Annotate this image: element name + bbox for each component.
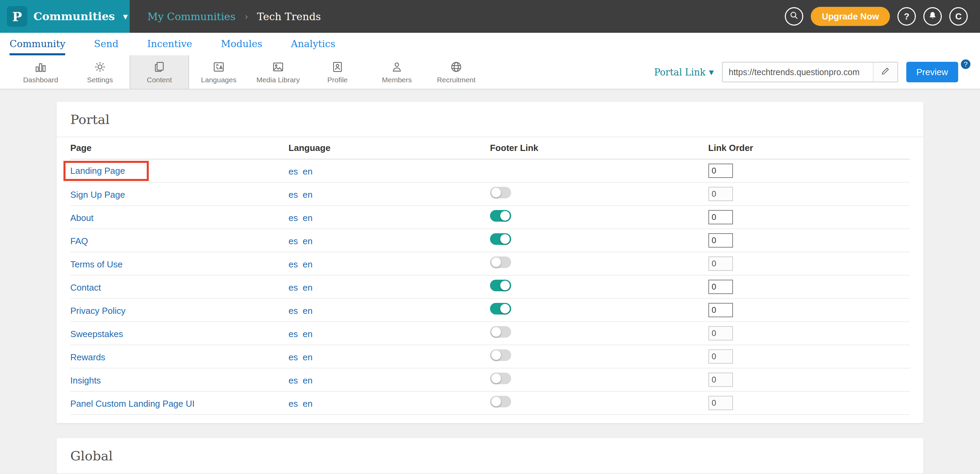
footer-link-toggle[interactable] [490,280,511,291]
page-link[interactable]: Panel Custom Landing Page UI [70,399,194,409]
toggle-knob [500,281,510,290]
page-link[interactable]: Sweepstakes [70,329,123,339]
help-button[interactable]: ? [897,7,916,26]
language-link[interactable]: es [289,352,298,362]
tab-analytics[interactable]: Analytics [291,33,336,55]
page-link[interactable]: Insights [70,375,101,386]
link-order-input[interactable] [708,164,733,178]
link-order-input[interactable] [708,257,733,271]
language-cell: esen [289,211,490,224]
language-link[interactable]: en [303,375,313,386]
communities-menu[interactable]: P Communities ▼ [0,0,130,33]
language-link[interactable]: es [289,166,298,177]
language-link[interactable]: en [303,236,313,246]
footer-link-toggle[interactable] [490,373,511,384]
language-link[interactable]: es [289,190,298,200]
column-header-footer-link: Footer Link [490,143,708,153]
language-link[interactable]: en [303,213,313,223]
footer-link-toggle[interactable] [490,396,511,407]
footer-link-toggle[interactable] [490,187,511,198]
language-link[interactable]: es [289,329,298,339]
link-order-input[interactable] [708,187,733,201]
footer-link-cell [490,326,708,340]
language-link[interactable]: en [303,306,313,316]
toolbar-item-languages[interactable]: Languages [189,55,248,89]
main-content: Portal PageLanguageFooter LinkLink Order… [0,89,980,474]
edit-url-button[interactable] [873,62,897,81]
tab-modules[interactable]: Modules [221,33,262,55]
link-order-input[interactable] [708,326,733,340]
preview-button[interactable]: Preview [906,62,958,82]
link-order-input[interactable] [708,210,733,224]
language-link[interactable]: en [303,166,313,177]
breadcrumb-my-communities[interactable]: My Communities [147,11,235,22]
footer-link-cell [490,187,708,201]
toolbar-item-members[interactable]: Members [367,55,426,89]
toolbar-item-settings[interactable]: Settings [70,55,130,89]
footer-link-toggle[interactable] [490,233,511,245]
tab-send[interactable]: Send [94,33,118,55]
table-row: Rewardsesen [70,345,910,369]
page-link[interactable]: Terms of Use [70,259,123,270]
footer-link-toggle[interactable] [490,350,511,361]
toolbar-item-label: Settings [87,76,113,84]
language-link[interactable]: es [289,399,298,409]
link-order-input[interactable] [708,396,733,410]
page-link[interactable]: Landing Page [70,166,125,176]
notifications-button[interactable] [923,7,942,26]
toggle-knob [492,188,501,197]
language-link[interactable]: en [303,259,313,270]
page-link[interactable]: About [70,213,94,223]
search-button[interactable] [785,7,803,26]
table-row: Sign Up Pageesen [70,183,910,206]
link-order-input[interactable] [708,350,733,364]
toolbar-item-label: Dashboard [23,76,58,84]
column-header-language: Language [289,143,490,153]
portal-link-dropdown[interactable]: Portal Link ▼ [654,67,714,78]
toolbar-item-dashboard[interactable]: Dashboard [11,55,70,89]
page-link[interactable]: Contact [70,282,101,293]
page-link[interactable]: Sign Up Page [70,190,125,200]
footer-link-toggle[interactable] [490,303,511,314]
language-link[interactable]: es [289,213,298,223]
toolbar-item-profile[interactable]: Profile [308,55,367,89]
link-order-input[interactable] [708,373,733,387]
language-link[interactable]: es [289,306,298,316]
language-link[interactable]: en [303,282,313,293]
page-link[interactable]: Rewards [70,352,105,362]
toggle-knob [492,397,501,406]
portal-url-input[interactable] [723,62,873,81]
table-row: Landing Pageesen [70,160,910,183]
settings-icon [94,60,107,74]
page-link[interactable]: FAQ [70,236,88,246]
page-link[interactable]: Privacy Policy [70,306,126,316]
footer-link-toggle[interactable] [490,257,511,268]
link-order-input[interactable] [708,233,733,247]
toolbar-item-recruitment[interactable]: Recruitment [426,55,486,89]
link-order-input[interactable] [708,303,733,317]
language-link[interactable]: en [303,190,313,200]
avatar[interactable]: C [949,7,968,26]
tab-community[interactable]: Community [10,33,65,55]
language-link[interactable]: en [303,399,313,409]
preview-help-icon[interactable]: ? [961,59,970,69]
footer-link-toggle[interactable] [490,326,511,338]
footer-link-toggle[interactable] [490,210,511,222]
tab-incentive[interactable]: Incentive [147,33,192,55]
toolbar-item-label: Languages [201,76,237,84]
language-link[interactable]: es [289,259,298,270]
language-link[interactable]: en [303,329,313,339]
footer-link-cell [490,373,708,387]
toolbar-item-content[interactable]: Content [130,55,189,89]
language-link[interactable]: en [303,352,313,362]
language-cell: esen [289,373,490,386]
portal-section-title: Portal [57,102,923,137]
language-link[interactable]: es [289,375,298,386]
toolbar-item-media-library[interactable]: Media Library [248,55,308,89]
languages-icon [212,60,225,74]
link-order-cell [708,303,910,317]
upgrade-now-button[interactable]: Upgrade Now [811,7,890,26]
language-link[interactable]: es [289,236,298,246]
language-link[interactable]: es [289,282,298,293]
link-order-input[interactable] [708,280,733,294]
